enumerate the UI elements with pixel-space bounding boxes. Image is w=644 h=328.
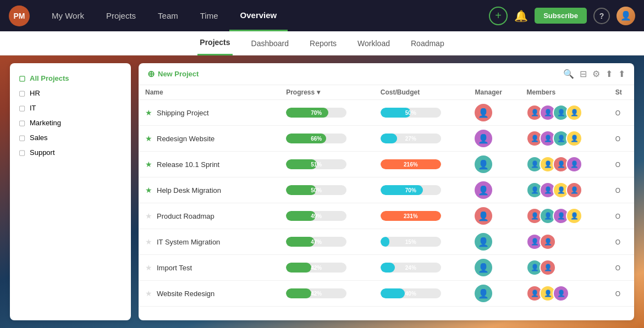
panel-header: ⊕ New Project 🔍 ⊟ ⚙ ⬆ ⬆ (139, 63, 634, 85)
budget-cell: 50% (374, 100, 469, 126)
col-status: St (609, 85, 634, 100)
project-name-text[interactable]: Website Redesign (157, 290, 214, 298)
user-avatar[interactable]: 👤 (617, 7, 635, 25)
project-name-cell: ★ Release 10.1 Sprint (139, 152, 279, 177)
tab-dashboard[interactable]: Dashboard (249, 31, 291, 55)
sidebar-item-it[interactable]: ▢ IT (10, 101, 131, 115)
progress-cell: 49% (279, 203, 374, 229)
progress-label: 42% (286, 263, 346, 273)
new-project-button[interactable]: ⊕ New Project (147, 69, 199, 79)
members-cell: 👤👤👤👤 (520, 152, 608, 177)
sidebar-item-support[interactable]: ▢ Support (10, 145, 131, 160)
main-content: ▢ All Projects ▢ HR ▢ IT ▢ Marketing ▢ S… (0, 55, 644, 328)
budget-cell: 40% (374, 281, 469, 307)
status-cell: O (609, 100, 634, 126)
sidebar-item-marketing[interactable]: ▢ Marketing (10, 115, 131, 130)
project-name-text[interactable]: Help Desk Migration (157, 186, 221, 194)
nav-item-projects[interactable]: Projects (95, 0, 147, 31)
sidebar-item-hr[interactable]: ▢ HR (10, 86, 131, 101)
sub-nav: Projects Dashboard Reports Workload Road… (0, 31, 644, 55)
star-icon[interactable]: ★ (145, 263, 152, 272)
manager-avatar: 👤 (475, 155, 492, 173)
members-cell: 👤👤 (520, 255, 608, 281)
star-icon[interactable]: ★ (145, 108, 152, 117)
members-group: 👤👤👤👤 (526, 156, 602, 173)
project-name-text[interactable]: Product Roadmap (157, 212, 214, 220)
panel-header-right: 🔍 ⊟ ⚙ ⬆ ⬆ (563, 69, 625, 79)
nav-item-mywork[interactable]: My Work (41, 0, 95, 31)
star-icon[interactable]: ★ (145, 212, 152, 220)
members-cell: 👤👤👤👤 (520, 177, 608, 203)
table-row[interactable]: ★ Product Roadmap 49% 231% 👤👤👤👤👤O (139, 203, 634, 229)
project-name-text[interactable]: Shipping Project (157, 109, 209, 117)
folder-icon-hr: ▢ (19, 89, 25, 97)
subscribe-button[interactable]: Subscribe (535, 8, 587, 24)
project-name-cell: ★ Help Desk Migration (139, 177, 279, 203)
members-group: 👤👤 (526, 234, 602, 250)
progress-label: 51% (286, 159, 346, 169)
table-row[interactable]: ★ Help Desk Migration 50% 70% 👤👤👤👤👤O (139, 177, 634, 203)
manager-avatar: 👤 (475, 181, 492, 199)
search-icon[interactable]: 🔍 (563, 69, 574, 79)
logo[interactable]: PM (9, 5, 30, 26)
star-icon[interactable]: ★ (145, 289, 152, 298)
project-name-text[interactable]: Redesign Website (157, 135, 214, 143)
filter-icon[interactable]: ⊟ (580, 69, 587, 79)
status-cell: O (609, 152, 634, 177)
member-avatar: 👤 (540, 259, 556, 276)
project-name-cell: ★ Product Roadmap (139, 203, 279, 229)
add-button[interactable]: + (489, 7, 508, 25)
help-button[interactable]: ? (593, 8, 610, 24)
folder-hr-label: HR (30, 89, 40, 97)
top-nav: PM My Work Projects Team Time Overview +… (0, 0, 644, 31)
star-icon[interactable]: ★ (145, 160, 152, 169)
new-project-label: New Project (158, 70, 199, 78)
progress-cell: 42% (279, 255, 374, 281)
budget-label: 40% (381, 288, 441, 298)
bell-icon[interactable]: 🔔 (514, 9, 528, 23)
table-row[interactable]: ★ Shipping Project 70% 50% 👤👤👤👤👤O (139, 100, 634, 126)
col-progress[interactable]: Progress ▾ (279, 85, 374, 100)
all-projects-label: All Projects (30, 74, 69, 82)
table-row[interactable]: ★ Release 10.1 Sprint 51% 216% 👤👤👤👤👤O (139, 152, 634, 177)
tab-workload[interactable]: Workload (355, 31, 392, 55)
nav-item-team[interactable]: Team (147, 0, 189, 31)
progress-cell: 47% (279, 229, 374, 255)
manager-cell: 👤 (468, 255, 520, 281)
col-budget: Cost/Budget (374, 85, 469, 100)
project-name-text[interactable]: Import Test (157, 264, 192, 272)
project-name-cell: ★ IT System Migration (139, 229, 279, 255)
members-cell: 👤👤👤 (520, 281, 608, 307)
star-icon[interactable]: ★ (145, 237, 152, 246)
sidebar-item-all-projects[interactable]: ▢ All Projects (10, 71, 131, 86)
nav-item-time[interactable]: Time (189, 0, 229, 31)
nav-item-overview[interactable]: Overview (229, 0, 288, 31)
project-name-text[interactable]: IT System Migration (157, 238, 220, 246)
member-avatar: 👤 (566, 130, 582, 147)
share-icon[interactable]: ⬆ (618, 69, 625, 79)
project-name-cell: ★ Shipping Project (139, 100, 279, 126)
project-name-text[interactable]: Release 10.1 Sprint (157, 160, 219, 169)
tab-roadmap[interactable]: Roadmap (409, 31, 447, 55)
tab-projects[interactable]: Projects (197, 31, 232, 55)
nav-right: + 🔔 Subscribe ? 👤 (489, 7, 635, 25)
budget-label: 24% (381, 263, 441, 273)
folder-support-label: Support (30, 148, 55, 157)
sidebar-item-sales[interactable]: ▢ Sales (10, 130, 131, 145)
manager-cell: 👤 (468, 281, 520, 307)
status-cell: O (609, 255, 634, 281)
star-icon[interactable]: ★ (145, 134, 152, 143)
table-row[interactable]: ★ Website Redesign 42% 40% 👤👤👤👤O (139, 281, 634, 307)
export-icon[interactable]: ⬆ (606, 69, 613, 79)
settings-icon[interactable]: ⚙ (592, 69, 600, 79)
table-row[interactable]: ★ Import Test 42% 24% 👤👤👤O (139, 255, 634, 281)
members-cell: 👤👤👤👤 (520, 203, 608, 229)
status-text: O (615, 187, 620, 194)
table-row[interactable]: ★ Redesign Website 66% 27% 👤👤👤👤👤O (139, 126, 634, 152)
tab-reports[interactable]: Reports (307, 31, 339, 55)
table-row[interactable]: ★ IT System Migration 47% 15% 👤👤👤O (139, 229, 634, 255)
progress-label: 70% (286, 108, 346, 118)
star-icon[interactable]: ★ (145, 186, 152, 194)
status-text: O (615, 135, 620, 143)
progress-label: 49% (286, 211, 346, 221)
